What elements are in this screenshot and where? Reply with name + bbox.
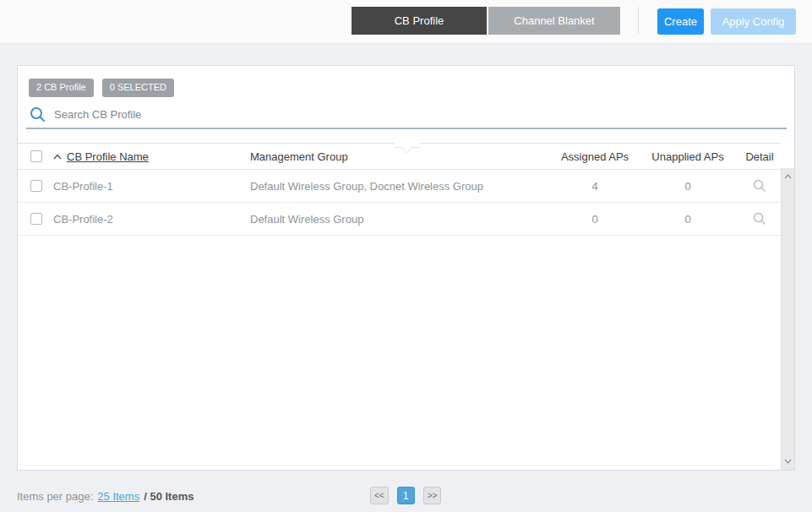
badge-row: 2 CB Profile 0 SELECTED xyxy=(29,79,174,97)
table-scrollbar[interactable] xyxy=(781,168,794,470)
column-header-name[interactable]: CB Profile Name xyxy=(67,150,149,163)
page-size-link[interactable]: 25 Items xyxy=(97,490,139,503)
management-group-cell: Default Wireless Group xyxy=(250,213,553,226)
search-input[interactable] xyxy=(54,108,785,121)
row-checkbox-cell xyxy=(18,180,52,192)
pagination: << 1 >> xyxy=(370,487,441,504)
selected-badge: 0 SELECTED xyxy=(102,79,174,97)
items-per-page-group: Items per page: 25 Items / 50 Items xyxy=(17,490,193,503)
row-checkbox[interactable] xyxy=(30,213,42,225)
top-toolbar: CB Profile Channel Blanket Create Apply … xyxy=(0,0,812,44)
total-items-label: / 50 Items xyxy=(144,490,193,503)
column-header-assigned-aps: Assigned APs xyxy=(553,150,637,163)
header-name-cell[interactable]: CB Profile Name xyxy=(52,150,250,163)
assigned-aps-cell: 0 xyxy=(553,213,637,226)
apply-config-button[interactable]: Apply Config xyxy=(711,8,796,35)
search-icon xyxy=(30,106,46,123)
table-row[interactable]: CB-Profile-1 Default Wireless Group, Doc… xyxy=(18,170,781,203)
items-per-page-label: Items per page: xyxy=(17,490,93,503)
table-row[interactable]: CB-Profile-2 Default Wireless Group 0 0 xyxy=(18,203,781,236)
unapplied-aps-cell: 0 xyxy=(637,213,738,226)
table-header: CB Profile Name Management Group Assigne… xyxy=(18,144,781,170)
scroll-down-icon[interactable] xyxy=(782,455,794,468)
tab-cb-profile-label: CB Profile xyxy=(395,14,444,27)
detail-button[interactable] xyxy=(738,179,781,193)
current-page-button[interactable]: 1 xyxy=(397,487,415,504)
column-header-unapplied-aps: Unapplied APs xyxy=(637,150,738,163)
management-group-cell: Default Wireless Group, Docnet Wireless … xyxy=(250,180,553,193)
tab-cb-profile[interactable]: CB Profile xyxy=(352,7,487,35)
detail-button[interactable] xyxy=(738,212,781,226)
detail-magnifier-icon xyxy=(753,212,766,226)
tab-channel-blanket-label: Channel Blanket xyxy=(514,14,594,27)
scroll-up-icon[interactable] xyxy=(782,170,794,183)
cb-profile-name-cell: CB-Profile-2 xyxy=(52,213,250,226)
table-body: CB-Profile-1 Default Wireless Group, Doc… xyxy=(18,170,781,236)
create-button[interactable]: Create xyxy=(657,8,704,35)
first-page-button[interactable]: << xyxy=(370,487,389,504)
column-header-detail: Detail xyxy=(738,150,781,163)
assigned-aps-cell: 4 xyxy=(553,180,637,193)
cb-profile-name-cell: CB-Profile-1 xyxy=(52,180,250,193)
cb-profile-panel: 2 CB Profile 0 SELECTED CB Prof xyxy=(17,65,795,471)
unapplied-aps-cell: 0 xyxy=(637,180,738,193)
toolbar-divider xyxy=(638,7,639,35)
count-badge: 2 CB Profile xyxy=(29,79,94,97)
tab-channel-blanket[interactable]: Channel Blanket xyxy=(488,7,620,35)
select-all-checkbox[interactable] xyxy=(30,150,42,162)
detail-magnifier-icon xyxy=(753,179,766,193)
sort-ascending-icon[interactable] xyxy=(53,154,62,160)
row-checkbox-cell xyxy=(18,213,52,225)
last-page-button[interactable]: >> xyxy=(423,487,442,504)
column-header-management-group: Management Group xyxy=(250,150,553,163)
search-box xyxy=(26,105,787,129)
row-checkbox[interactable] xyxy=(30,180,42,192)
header-checkbox-cell xyxy=(18,150,52,162)
